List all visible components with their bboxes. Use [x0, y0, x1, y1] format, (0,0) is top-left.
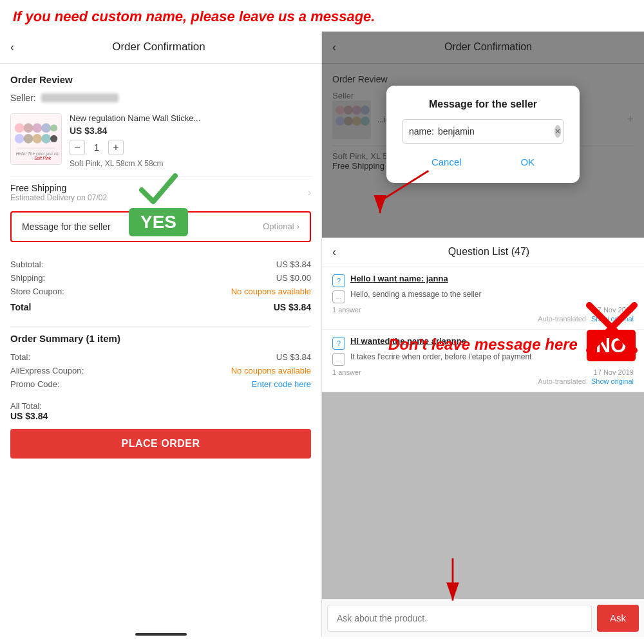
product-price: US $3.84 — [70, 126, 311, 136]
order-summary-title: Order Summary (1 item) — [10, 333, 311, 344]
dialog-ok-button[interactable]: OK — [510, 154, 545, 170]
svg-point-2 — [32, 123, 42, 133]
shipping-info: Free Shipping Estimated Delivery on 07/0… — [10, 183, 107, 202]
q-answers-count-1: 1 answer — [332, 306, 361, 314]
store-coupon-row: Store Coupon: No coupons available — [10, 285, 311, 298]
svg-point-3 — [41, 123, 51, 133]
bottom-bar — [135, 633, 187, 636]
aliexpress-coupon-value: No coupons available — [231, 366, 311, 375]
right-panel: ‹ Order Confirmation Order Review Seller — [322, 32, 644, 637]
qty-minus-btn[interactable]: − — [70, 140, 85, 155]
q-back-icon[interactable]: ‹ — [332, 245, 336, 259]
q-auto-translated-2: Auto-translated — [538, 377, 586, 385]
left-panel: ‹ Order Confirmation Order Review Seller… — [0, 32, 322, 637]
shipping-title: Free Shipping — [10, 183, 107, 193]
total-value: US $3.84 — [274, 302, 311, 312]
message-seller-dialog: Message for the seller name: ✕ Cancel OK — [386, 86, 580, 183]
question-icon-1: ? — [332, 274, 345, 287]
store-coupon-value: No coupons available — [231, 287, 311, 296]
q-question-text-1: Hello I want name: janna — [350, 274, 448, 283]
svg-point-9 — [50, 135, 57, 142]
all-total-value: US $3.84 — [10, 411, 48, 421]
summary-total-value: US $3.84 — [276, 352, 311, 362]
svg-point-5 — [15, 134, 24, 144]
q-answers-count-2: 1 answer — [332, 368, 361, 376]
seller-label: Seller: — [10, 93, 36, 103]
q-answer-text-1: Hello, sending a message to the seller — [350, 290, 634, 299]
all-total-row: All Total: US $3.84 — [10, 396, 311, 421]
aliexpress-coupon-label: AliExpress Coupon: — [10, 366, 84, 375]
subtotal-value: US $3.84 — [276, 260, 311, 269]
ask-input[interactable] — [327, 605, 592, 632]
svg-point-6 — [24, 134, 33, 144]
message-optional-text: Optional — [263, 222, 294, 231]
product-row: Hello! The color you choose is Soft Pink… — [10, 113, 311, 168]
subtotal-label: Subtotal: — [10, 260, 43, 269]
left-header: ‹ Order Confirmation — [0, 32, 321, 64]
summary-rows: Total: US $3.84 AliExpress Coupon: No co… — [10, 350, 311, 396]
total-cost-row: Total US $3.84 — [10, 298, 311, 314]
yes-label: YES — [129, 208, 188, 236]
q-question-1: ? Hello I want name: janna — [332, 274, 634, 287]
message-chevron-icon: › — [297, 222, 299, 231]
dialog-clear-button[interactable]: ✕ — [554, 125, 561, 138]
q-auto-translated-1: Auto-translated — [538, 315, 586, 323]
shipping-chevron-icon: › — [308, 187, 311, 198]
message-seller-right: Optional › — [263, 222, 299, 231]
message-seller-label: Message for the seller — [22, 222, 111, 232]
q-show-original-2[interactable]: Show original — [591, 377, 634, 385]
product-svg: Hello! The color you choose is Soft Pink — [14, 117, 59, 165]
qty-value: 1 — [90, 142, 103, 153]
top-banner: If you need custom name, please leave us… — [0, 0, 644, 32]
shipping-cost-value: US $0.00 — [276, 273, 311, 283]
promo-code-row: Promo Code: Enter code here — [10, 377, 311, 391]
banner-text: If you need custom name, please leave us… — [13, 8, 631, 26]
product-name: New regulation Name Wall Sticke... — [70, 113, 311, 123]
cost-rows: Subtotal: US $3.84 Shipping: US $0.00 St… — [10, 252, 311, 319]
subtotal-row: Subtotal: US $3.84 — [10, 258, 311, 271]
shipping-cost-row: Shipping: US $0.00 — [10, 271, 311, 285]
dialog-input-label: name: — [409, 126, 434, 137]
q-translated-2: Auto-translated Show original — [332, 377, 634, 385]
promo-code-value[interactable]: Enter code here — [251, 379, 311, 389]
qty-row: − 1 + — [70, 140, 311, 155]
divider — [10, 326, 311, 327]
left-panel-title: Order Confirmation — [22, 41, 296, 53]
dialog-cancel-button[interactable]: Cancel — [421, 154, 472, 170]
aliexpress-coupon-row: AliExpress Coupon: No coupons available — [10, 364, 311, 377]
qty-plus-btn[interactable]: + — [108, 140, 124, 155]
product-variant: Soft Pink, XL 58cm X 58cm — [70, 159, 311, 168]
answer-icon-2: … — [332, 353, 345, 366]
dialog-overlay: Message for the seller name: ✕ Cancel OK — [322, 32, 644, 238]
promo-code-label: Promo Code: — [10, 379, 60, 389]
q-meta-2: 1 answer 17 Nov 2019 — [332, 368, 634, 376]
svg-point-0 — [15, 123, 24, 133]
dialog-input-row[interactable]: name: ✕ — [402, 119, 564, 144]
svg-point-8 — [41, 134, 51, 144]
ask-button[interactable]: Ask — [597, 605, 639, 632]
ask-row: Ask — [322, 599, 644, 637]
x-mark-svg — [586, 302, 638, 354]
q-date-2: 17 Nov 2019 — [594, 368, 634, 376]
no-x-container — [586, 302, 638, 356]
answer-icon-1: … — [332, 290, 345, 303]
store-coupon-label: Store Coupon: — [10, 287, 64, 296]
dialog-name-input[interactable] — [438, 126, 551, 137]
seller-name-blur — [41, 93, 118, 102]
question-list-header: ‹ Question List (47) — [322, 238, 644, 267]
shipping-subtitle: Estimated Delivery on 07/02 — [10, 193, 107, 202]
yes-badge: YES — [129, 173, 188, 236]
left-panel-content: Order Review Seller: — [0, 64, 321, 469]
product-info: New regulation Name Wall Sticke... US $3… — [70, 113, 311, 168]
svg-point-4 — [50, 124, 57, 131]
dialog-title: Message for the seller — [402, 99, 564, 110]
place-order-button[interactable]: PLACE ORDER — [10, 429, 311, 459]
back-arrow-icon[interactable]: ‹ — [10, 41, 14, 54]
svg-point-7 — [32, 134, 42, 144]
total-label: Total — [10, 302, 31, 312]
all-total-label: All Total: — [10, 401, 48, 411]
q-answer-1: … Hello, sending a message to the seller — [332, 290, 634, 303]
svg-point-1 — [24, 123, 33, 133]
svg-text:Soft Pink: Soft Pink — [34, 156, 52, 160]
order-review-title: Order Review — [10, 74, 311, 85]
